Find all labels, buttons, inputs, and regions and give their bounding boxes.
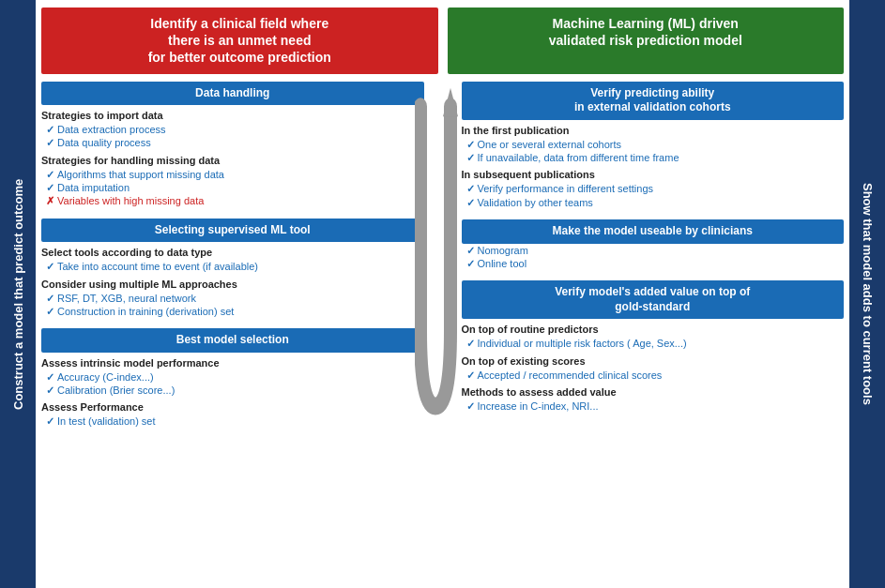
check-mark-icon: ✓ (46, 305, 54, 318)
check-item: ✓Nomogram (466, 244, 845, 257)
section-group: Assess Performance✓In test (validation) … (41, 401, 424, 428)
section-group: Strategies for handling missing data✓Alg… (41, 155, 424, 208)
check-mark-icon: ✓ (46, 384, 54, 397)
item-text: Data quality process (57, 136, 151, 149)
check-item: ✓Construction in training (derivation) s… (46, 305, 424, 318)
check-mark-icon: ✓ (466, 196, 475, 209)
section-group: ✓Nomogram✓Online tool (462, 244, 845, 271)
check-mark-icon: ✓ (466, 138, 475, 151)
top-banners: Identify a clinical field wherethere is … (41, 8, 844, 74)
item-text: RSF, DT, XGB, neural network (57, 292, 196, 305)
subsection-title: Assess Performance (41, 401, 424, 413)
item-text: Construction in training (derivation) se… (57, 305, 234, 318)
section-header: Selecting supervised ML tool (41, 219, 424, 243)
section-group: On top of existing scores✓Accepted / rec… (462, 355, 845, 382)
subsection-title: Strategies to import data (41, 110, 424, 121)
section-group: On top of routine predictors✓Individual … (462, 324, 845, 350)
item-text: Validation by other teams (478, 196, 593, 209)
section-block: Selecting supervised ML toolSelect tools… (41, 219, 424, 321)
section-block: Make the model useable by clinicians✓Nom… (462, 219, 845, 273)
subsection-title: Strategies for handling missing data (41, 155, 424, 166)
check-item: ✓Calibration (Brier score...) (46, 384, 424, 397)
subsection-title: In subsequent publications (462, 169, 845, 180)
check-mark-icon: ✓ (46, 370, 54, 384)
check-mark-icon: ✓ (46, 292, 54, 305)
section-group: Strategies to import data✓Data extractio… (41, 110, 424, 150)
check-item: ✓One or several external cohorts (466, 138, 845, 151)
check-item: ✓Accuracy (C-index...) (46, 370, 424, 384)
check-mark-icon: ✓ (466, 244, 475, 257)
check-item: ✓Verify performance in different setting… (466, 182, 845, 195)
check-mark-icon: ✓ (466, 369, 475, 382)
check-item: ✓Online tool (466, 257, 845, 270)
banner-red: Identify a clinical field wherethere is … (41, 8, 438, 74)
check-item: ✓Data extraction process (46, 123, 424, 136)
check-item: ✓Increase in C-index, NRI... (466, 400, 845, 413)
check-item: ✓Data imputation (46, 181, 424, 194)
check-mark-icon: ✓ (46, 260, 54, 273)
section-group: In subsequent publications✓Verify perfor… (462, 169, 845, 209)
check-item: ✓Accepted / recommended clinical scores (466, 369, 845, 382)
section-header: Make the model useable by clinicians (462, 219, 845, 244)
section-header: Data handling (41, 82, 424, 106)
item-text: Accuracy (C-index...) (57, 370, 154, 384)
page-wrapper: Construct a model that predict outcome I… (0, 0, 885, 588)
section-group: Consider using multiple ML approaches✓RS… (41, 279, 424, 319)
subsection-title: Methods to assess added value (462, 386, 845, 398)
item-text: Verify performance in different settings (478, 182, 654, 195)
main-content: Identify a clinical field wherethere is … (36, 0, 849, 588)
check-mark-icon: ✓ (46, 136, 54, 149)
check-mark-icon: ✓ (46, 181, 54, 194)
left-side-label: Construct a model that predict outcome (0, 0, 36, 588)
subsection-title: In the first publication (462, 125, 845, 136)
check-item: ✓RSF, DT, XGB, neural network (46, 292, 424, 305)
item-text: Individual or multiple risk factors ( Ag… (478, 337, 687, 350)
item-text: Data imputation (57, 181, 130, 194)
check-mark-icon: ✓ (466, 400, 475, 413)
section-header: Best model selection (41, 328, 424, 353)
x-mark-icon: ✗ (46, 194, 54, 207)
check-mark-icon: ✓ (466, 151, 475, 164)
check-mark-icon: ✓ (46, 168, 54, 181)
item-text: Data extraction process (57, 123, 166, 136)
section-group: Methods to assess added value✓Increase i… (462, 386, 845, 413)
section-block: Verify predicting abilityin external val… (462, 82, 845, 212)
right-column: Verify predicting abilityin external val… (443, 82, 845, 580)
item-text: Online tool (478, 257, 527, 270)
section-group: Assess intrinsic model performance✓Accur… (41, 357, 424, 398)
banner-green: Machine Learning (ML) drivenvalidated ri… (448, 8, 845, 74)
left-column: Data handlingStrategies to import data✓D… (41, 82, 443, 580)
check-mark-icon: ✓ (46, 415, 54, 428)
subsection-title: Assess intrinsic model performance (41, 357, 424, 369)
item-text: Calibration (Brier score...) (57, 384, 175, 397)
check-item: ✓Algorithms that support missing data (46, 168, 424, 181)
section-block: Best model selectionAssess intrinsic mod… (41, 328, 424, 430)
check-mark-icon: ✓ (466, 182, 475, 195)
item-text: Nomogram (478, 244, 528, 257)
item-text: Variables with high missing data (57, 194, 204, 207)
section-header: Verify model's added value on top ofgold… (462, 280, 845, 319)
check-item: ✗Variables with high missing data (46, 194, 424, 207)
section-header: Verify predicting abilityin external val… (462, 82, 845, 120)
item-text: If unavailable, data from different time… (478, 151, 679, 164)
check-item: ✓Individual or multiple risk factors ( A… (466, 337, 845, 350)
section-group: Select tools according to data type✓Take… (41, 247, 424, 273)
check-mark-icon: ✓ (466, 337, 475, 350)
check-mark-icon: ✓ (466, 257, 475, 270)
check-item: ✓Data quality process (46, 136, 424, 149)
subsection-title: On top of existing scores (462, 355, 845, 367)
item-text: Take into account time to event (if avai… (57, 260, 258, 273)
item-text: Algorithms that support missing data (57, 168, 224, 181)
check-item: ✓Take into account time to event (if ava… (46, 260, 424, 273)
item-text: In test (validation) set (57, 415, 156, 428)
section-block: Data handlingStrategies to import data✓D… (41, 82, 424, 211)
check-item: ✓In test (validation) set (46, 415, 424, 428)
check-item: ✓Validation by other teams (466, 196, 845, 209)
check-item: ✓If unavailable, data from different tim… (466, 151, 845, 164)
columns-area: Data handlingStrategies to import data✓D… (41, 82, 844, 580)
subsection-title: Consider using multiple ML approaches (41, 279, 424, 290)
item-text: Increase in C-index, NRI... (478, 400, 599, 413)
check-mark-icon: ✓ (46, 123, 54, 136)
item-text: Accepted / recommended clinical scores (478, 369, 663, 382)
section-group: In the first publication✓One or several … (462, 125, 845, 165)
